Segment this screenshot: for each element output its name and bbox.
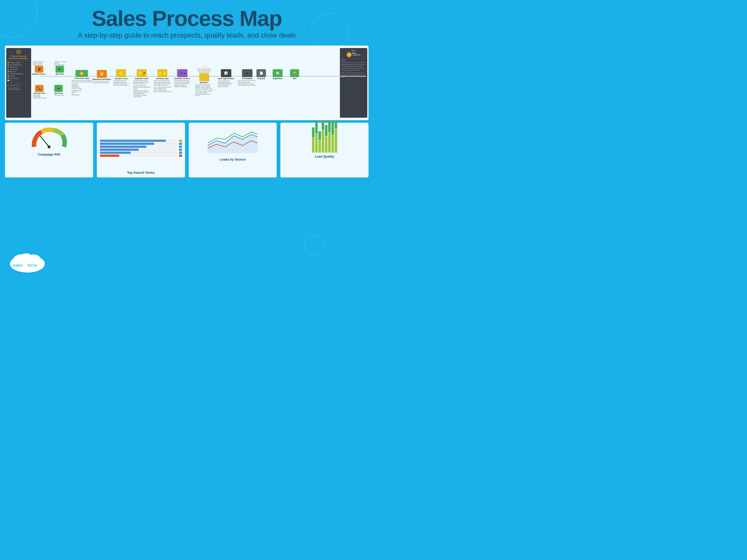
create-leads-webform-label: Web Form <box>54 92 64 94</box>
website-visitors-icon: 🖥 <box>35 66 43 73</box>
bar-row-5 <box>100 152 182 154</box>
marketing-automation-label: Marketing Automation <box>93 78 111 80</box>
salesforce-logo: sales force ® <box>7 250 45 272</box>
lead-quality-title: Lead Quality <box>315 155 334 158</box>
sidebar-item-partners: Partners <box>7 71 30 73</box>
create-new-leads-icon: 🔽 <box>75 70 88 77</box>
header: Sales Process Map A step-by-step guide t… <box>0 0 374 42</box>
bar-row-6 <box>100 155 182 157</box>
step-duplicate-lead: ⭐↗ Duplicate Lead? The "find duplicate" … <box>133 69 150 97</box>
duplicate-lead-label: Duplicate Lead? <box>133 78 150 79</box>
cloud-svg: sales force ® <box>7 250 47 272</box>
establish-contact-icon: 👤+ <box>177 69 187 77</box>
bar-row-4 <box>100 149 182 151</box>
sidebar-item-content: Content Marketing <box>7 73 30 75</box>
my-open-leads-label: My Open Leads <box>113 78 129 79</box>
bar-row-3 <box>100 145 182 148</box>
campaign-roi-title: Campaign ROI <box>38 153 60 156</box>
my-open-leads-icon: ⭐ <box>116 69 126 77</box>
step-proposal: 📄 Proposal <box>256 69 266 79</box>
step-create-leads-webform: ✏ Web Form · New e-book offer <box>54 85 64 96</box>
step-negotiation: 🔄 Negotiation <box>273 69 283 79</box>
inbound-calls-icon: 📞 <box>35 85 44 92</box>
website-visitors-label: Website Visitors <box>32 73 46 75</box>
step-inbound-calls: 📞 Inbound Calls · Yellow pages· Google M… <box>32 85 46 99</box>
svg-line-0 <box>40 136 49 147</box>
create-leads-webform-icon: ✏ <box>54 85 63 92</box>
bar-row-2 <box>100 142 182 145</box>
svg-text:®: ® <box>44 264 47 268</box>
create-new-leads-label: Create New Leads <box>71 77 93 79</box>
presentation-icon: ≡ <box>242 69 253 77</box>
sidebar-item-google: Google Search <box>7 61 30 64</box>
sidebar-item-tradeshows: Trade Shows <box>7 77 30 79</box>
establish-contact-label: Establish Contact? <box>174 78 190 79</box>
working-leads-icon: ⭐⭐ <box>157 69 167 77</box>
sidebar-item-social: Social Ads <box>7 68 30 71</box>
sidebar-section-title: Plan and ExecuteMarketing Campaigns <box>7 55 30 59</box>
won-label: Won <box>290 78 299 79</box>
sales-funnel: Sales M New Customers Support Salesforce… <box>340 48 367 118</box>
step-establish-contact: 👤+ Establish Contact? It is becoming mor… <box>174 69 190 87</box>
duplicate-lead-icon: ⭐↗ <box>137 69 147 77</box>
sidebar-item-online-ads: Online Ads <box>7 66 30 68</box>
proposal-label: Proposal <box>256 78 266 79</box>
sales-label: Sales <box>341 50 366 51</box>
inbound-calls-label: Inbound Calls <box>32 92 46 94</box>
svg-text:sales: sales <box>12 263 23 268</box>
sidebar-item-pr: PR <box>7 79 30 82</box>
left-sidebar: Plan and ExecuteMarketing Campaigns Goog… <box>6 48 31 118</box>
top-search-terms-card: Top Search Terms <box>97 123 185 178</box>
step-won: 🏆 Won <box>290 69 299 79</box>
web-form-label: Web Form <box>54 73 66 75</box>
negotiation-label: Negotiation <box>273 78 283 79</box>
won-icon: 🏆 <box>290 69 299 77</box>
svg-point-1 <box>48 145 51 148</box>
process-map: Plan and ExecuteMarketing Campaigns Goog… <box>5 46 368 120</box>
step-website-visitors: · Organic web traffic· Inbound referrals… <box>32 61 46 75</box>
charts-section: Campaign ROI <box>5 123 368 178</box>
leads-by-source-card: Leads by Source <box>189 123 277 178</box>
sidebar-item-email: Email Marketing <box>7 64 30 66</box>
gauge-chart <box>29 126 69 151</box>
working-leads-label: Working Leads <box>154 78 171 79</box>
web-form-icon: ✏ <box>55 66 64 73</box>
lead-quality-chart <box>310 128 340 153</box>
step-marketing-automation: 🔽 Marketing Automation · Set up auto-res… <box>93 70 111 84</box>
presentation-label: Presentation <box>238 78 257 79</box>
line-chart <box>205 126 260 156</box>
sidebar-item-events: Events <box>7 75 30 77</box>
qualified-label: Qualified? <box>195 82 213 83</box>
leads-by-source-title: Leads by Source <box>220 158 246 161</box>
step-presentation: ≡ Presentation Find a business process t… <box>238 69 257 86</box>
campaign-roi-card: Campaign ROI <box>5 123 93 178</box>
step-working-leads: ⭐⭐ Working Leads When you're working a l… <box>154 69 171 92</box>
svg-text:force: force <box>27 263 37 268</box>
marketing-automation-icon: 🔽 <box>97 70 107 78</box>
negotiation-icon: 🔄 <box>273 69 283 77</box>
open-opportunities-label: Open Opportunities <box>218 78 234 79</box>
search-terms-chart <box>100 128 182 169</box>
top-search-terms-title: Top Search Terms <box>127 171 155 175</box>
target-icon <box>17 50 21 54</box>
bar-row-1 <box>100 140 182 142</box>
step-my-open-leads: ⭐ My Open Leads Set up different views t… <box>113 69 129 86</box>
svg-marker-6 <box>208 134 257 153</box>
proposal-icon: 📄 <box>256 69 266 77</box>
step-web-form: · "Contact me" request· Free trial· Even… <box>54 61 66 75</box>
open-opportunities-icon: 📊 <box>221 69 231 77</box>
qualified-icon: 👑 <box>199 73 209 81</box>
page-title: Sales Process Map <box>0 7 374 29</box>
step-qualified: ★★★ Keep an archive of deadleads, a lead… <box>195 65 213 96</box>
step-create-new-leads: 🔽 Create New Leads · Search for the cust… <box>71 70 93 96</box>
step-open-opportunities: 📊 Open Opportunities You can monitor you… <box>218 69 234 87</box>
page-subtitle: A step-by-step guide to reach prospects,… <box>0 31 374 39</box>
lead-quality-card: Lead Quality <box>280 123 368 178</box>
